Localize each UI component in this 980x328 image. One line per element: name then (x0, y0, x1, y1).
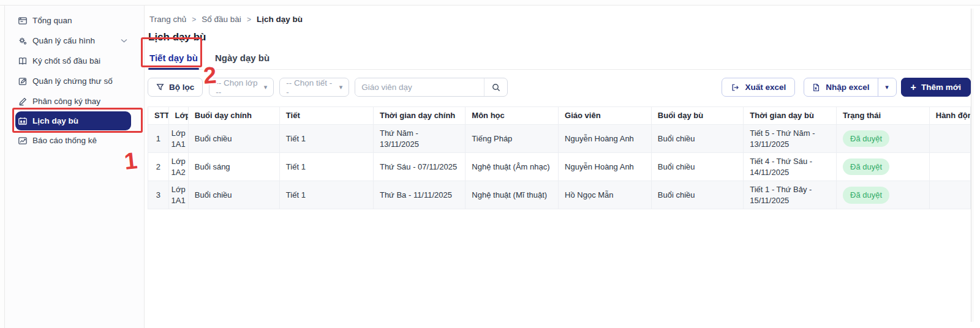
main-content: Trang chủ > Sổ đầu bài > Lịch dạy bù Lịc… (145, 6, 980, 328)
class-select[interactable]: -- Chọn lớp -- ▾ (209, 78, 274, 97)
tab-bar: Tiết dạy bù Ngày dạy bù (148, 49, 971, 70)
col-status: Trạng thái (837, 107, 930, 125)
col-class: Lớp (168, 107, 188, 125)
page-title: Lịch dạy bù (148, 31, 971, 43)
cell-period: Tiết 1 (279, 153, 373, 181)
cell-status: Đã duyệt (837, 153, 930, 181)
sidebar-item-overview[interactable]: Tổng quan (5, 10, 137, 31)
col-subject: Môn học (466, 107, 559, 125)
sidebar-item-certificates[interactable]: Quản lý chứng thư số (5, 71, 137, 91)
import-excel-split-button: Nhập excel ▾ (804, 78, 896, 97)
cell-action (929, 125, 970, 153)
pen-icon (17, 96, 28, 106)
toolbar-actions: Xuất excel Nhập excel ▾ + Thêm mới (722, 78, 971, 97)
cell-makeup-time: Tiết 4 - Thứ Sáu - 14/11/2025 (744, 153, 837, 181)
cell-makeup-session: Buổi chiều (651, 153, 743, 181)
cell-main-time: Thứ Ba - 11/11/2025 (373, 181, 465, 209)
sidebar-item-config[interactable]: Quản lý cấu hình (5, 31, 137, 51)
sidebar-item-label: Quản lý cấu hình (32, 36, 95, 45)
import-excel-button[interactable]: Nhập excel (804, 78, 877, 96)
cell-teacher: Hồ Ngọc Mẫn (559, 181, 652, 209)
cell-main-session: Buổi chiều (188, 125, 279, 153)
cell-makeup-time: Tiết 5 - Thứ Năm - 13/11/2025 (744, 125, 837, 153)
sidebar-item-label: Báo cáo thống kê (32, 136, 97, 145)
chevron-down-icon (121, 39, 137, 43)
breadcrumb-current: Lịch dạy bù (257, 15, 303, 24)
teacher-search-input[interactable] (355, 78, 484, 96)
breadcrumb: Trang chủ > Sổ đầu bài > Lịch dạy bù (149, 15, 971, 24)
add-new-button[interactable]: + Thêm mới (901, 78, 971, 97)
period-select[interactable]: -- Chọn tiết -- ▾ (279, 78, 349, 97)
sidebar-item-sign-logbook[interactable]: Ký chốt sổ đầu bài (5, 51, 137, 71)
makeup-schedule-table: STT Lớp Buổi dạy chính Tiết Thời gian dạ… (148, 106, 971, 209)
cell-main-session: Buổi chiều (188, 181, 279, 209)
toolbar: Bộ lọc -- Chọn lớp -- ▾ -- Chọn tiết -- … (148, 78, 971, 97)
cell-teacher: Nguyễn Hoàng Anh (559, 125, 652, 153)
sidebar-item-makeup-schedule[interactable]: Lịch dạy bù (15, 111, 131, 130)
cell-makeup-time: Tiết 1 - Thứ Bảy - 15/11/2025 (744, 181, 837, 209)
cell-main-session: Buổi sáng (188, 153, 279, 181)
status-badge: Đã duyệt (843, 130, 889, 147)
tab-makeup-day[interactable]: Ngày dạy bù (214, 49, 271, 69)
cell-stt: 2 (148, 153, 169, 181)
cell-class: Lớp 1A1 (168, 181, 188, 209)
cell-status: Đã duyệt (837, 125, 930, 153)
sidebar-item-reports[interactable]: Báo cáo thống kê (5, 130, 137, 151)
cell-makeup-session: Buổi chiều (651, 125, 743, 153)
col-stt: STT (148, 107, 169, 125)
gear-icon (17, 35, 28, 46)
table-row: 2 Lớp 1A2 Buổi sáng Tiết 1 Thứ Sáu - 07/… (148, 153, 971, 181)
sidebar: Tổng quan Quản lý cấu hình Ký chốt sổ đầ… (5, 6, 145, 328)
import-more-caret[interactable]: ▾ (878, 78, 896, 96)
col-teacher: Giáo viên (559, 107, 652, 125)
cell-subject: Nghệ thuật (Âm nhạc) (466, 153, 559, 181)
breadcrumb-separator: > (192, 15, 196, 24)
chart-icon (17, 135, 28, 146)
sidebar-item-label: Phân công ký thay (32, 97, 100, 106)
teacher-search (355, 78, 508, 97)
col-period: Tiết (279, 107, 373, 125)
table-row: 3 Lớp 1A1 Buổi chiều Tiết 1 Thứ Ba - 11/… (148, 181, 971, 209)
col-makeup-session: Buổi dạy bù (651, 107, 743, 125)
filter-icon (156, 83, 164, 91)
col-main-time: Thời gian dạy chính (373, 107, 465, 125)
filter-button[interactable]: Bộ lọc (148, 78, 203, 97)
cell-class: Lớp 1A1 (168, 125, 188, 153)
col-main-session: Buổi dạy chính (188, 107, 279, 125)
dashboard-icon (17, 15, 28, 26)
breadcrumb-home[interactable]: Trang chủ (149, 15, 186, 24)
status-badge: Đã duyệt (843, 158, 889, 176)
vertical-scrollbar[interactable] (971, 9, 974, 322)
export-icon (731, 83, 739, 92)
sidebar-item-label: Ký chốt sổ đầu bài (32, 56, 100, 65)
sidebar-item-label: Tổng quan (32, 16, 72, 25)
edit-icon (17, 76, 28, 86)
book-icon (17, 56, 28, 66)
cell-period: Tiết 1 (279, 125, 373, 153)
cell-action (929, 153, 970, 181)
table-row: 1 Lớp 1A1 Buổi chiều Tiết 1 Thứ Năm - 13… (148, 125, 971, 153)
search-icon[interactable] (484, 78, 507, 96)
export-excel-button[interactable]: Xuất excel (722, 78, 795, 97)
col-action: Hành động (929, 107, 970, 125)
cell-subject: Nghệ thuật (Mĩ thuật) (466, 181, 559, 209)
sidebar-item-label: Quản lý chứng thư số (32, 76, 113, 86)
sidebar-item-label: Lịch dạy bù (32, 116, 78, 125)
sidebar-item-delegate-signing[interactable]: Phân công ký thay (5, 91, 137, 111)
caret-down-icon: ▾ (339, 83, 343, 91)
breadcrumb-separator: > (247, 15, 251, 24)
table-header-row: STT Lớp Buổi dạy chính Tiết Thời gian dạ… (148, 107, 971, 125)
cell-stt: 3 (148, 181, 169, 209)
plus-icon: + (911, 82, 916, 93)
breadcrumb-section[interactable]: Sổ đầu bài (202, 15, 241, 24)
cell-main-time: Thứ Năm - 13/11/2025 (373, 125, 465, 153)
tab-makeup-period[interactable]: Tiết dạy bù (148, 49, 199, 69)
cell-action (929, 181, 970, 209)
cell-teacher: Nguyễn Hoàng Anh (559, 153, 652, 181)
col-makeup-time: Thời gian dạy bù (744, 107, 837, 125)
status-badge: Đã duyệt (843, 187, 889, 204)
cell-main-time: Thứ Sáu - 07/11/2025 (373, 153, 465, 181)
cell-status: Đã duyệt (837, 181, 930, 209)
file-excel-icon (812, 83, 820, 92)
cell-stt: 1 (148, 125, 169, 153)
